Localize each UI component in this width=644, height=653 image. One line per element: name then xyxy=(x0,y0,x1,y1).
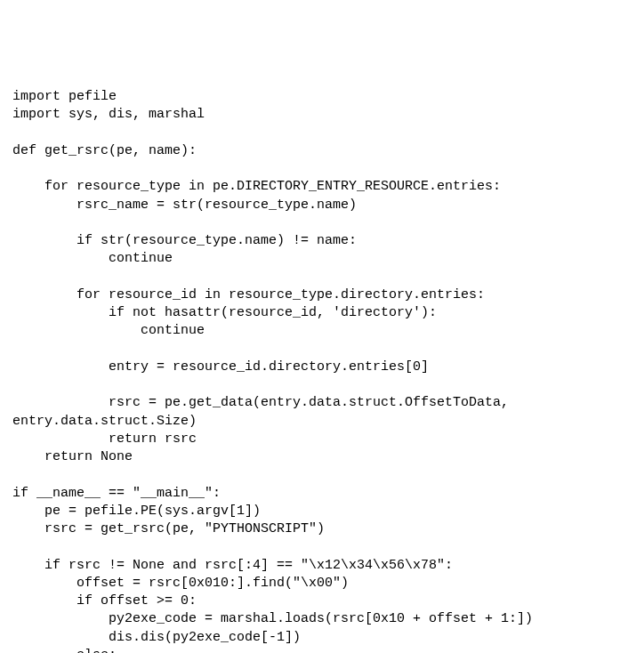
code-line: rsrc_name = str(resource_type.name) xyxy=(12,198,357,213)
code-line: entry = resource_id.directory.entries[0] xyxy=(12,359,429,375)
code-line: continue xyxy=(12,323,205,338)
code-line: continue xyxy=(12,251,173,266)
code-line: rsrc = pe.get_data(entry.data.struct.Off… xyxy=(12,395,509,410)
code-line: return rsrc xyxy=(12,431,197,447)
code-line: entry.data.struct.Size) xyxy=(12,414,197,429)
code-line: if str(resource_type.name) != name: xyxy=(12,233,357,248)
code-line: if rsrc != None and rsrc[:4] == "\x12\x3… xyxy=(12,558,453,573)
code-line: for resource_id in resource_type.directo… xyxy=(12,287,485,302)
code-line: py2exe_code = marshal.loads(rsrc[0x10 + … xyxy=(12,611,533,626)
code-line: offset = rsrc[0x010:].find("\x00") xyxy=(12,576,349,591)
code-line: import pefile xyxy=(12,89,117,104)
code-line: if not hasattr(resource_id, 'directory')… xyxy=(12,305,437,320)
code-line: if offset >= 0: xyxy=(12,593,197,609)
code-line: dis.dis(py2exe_code[-1]) xyxy=(12,630,301,645)
code-line: rsrc = get_rsrc(pe, "PYTHONSCRIPT") xyxy=(12,521,325,536)
code-line: else: xyxy=(12,648,117,653)
python-code-block: import pefile import sys, dis, marshal d… xyxy=(12,88,632,653)
code-line: for resource_type in pe.DIRECTORY_ENTRY_… xyxy=(12,179,501,194)
code-line: def get_rsrc(pe, name): xyxy=(12,143,197,158)
code-line: pe = pefile.PE(sys.argv[1]) xyxy=(12,504,261,519)
code-line: import sys, dis, marshal xyxy=(12,107,205,122)
code-line: if __name__ == "__main__": xyxy=(12,486,221,501)
code-line: return None xyxy=(12,449,133,464)
